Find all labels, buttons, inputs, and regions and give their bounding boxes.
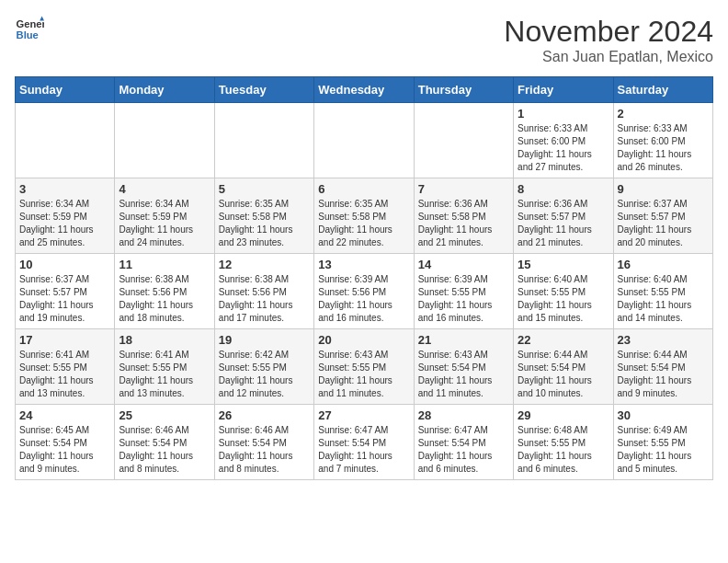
calendar-day-cell: 24Sunrise: 6:45 AM Sunset: 5:54 PM Dayli… [16, 405, 115, 480]
calendar-day-cell: 23Sunrise: 6:44 AM Sunset: 5:54 PM Dayli… [613, 329, 712, 405]
day-info: Sunrise: 6:47 AM Sunset: 5:54 PM Dayligh… [318, 424, 409, 476]
calendar-day-cell: 28Sunrise: 6:47 AM Sunset: 5:54 PM Dayli… [414, 405, 513, 480]
day-info: Sunrise: 6:48 AM Sunset: 5:55 PM Dayligh… [518, 424, 609, 476]
calendar-day-cell [414, 103, 513, 178]
day-info: Sunrise: 6:46 AM Sunset: 5:54 PM Dayligh… [219, 424, 310, 476]
day-info: Sunrise: 6:37 AM Sunset: 5:57 PM Dayligh… [618, 198, 709, 249]
calendar-week-row: 1Sunrise: 6:33 AM Sunset: 6:00 PM Daylig… [16, 103, 713, 178]
page-header: General Blue November 2024 San Juan Epat… [15, 15, 713, 65]
day-number: 28 [418, 408, 509, 422]
day-info: Sunrise: 6:47 AM Sunset: 5:54 PM Dayligh… [418, 424, 509, 476]
calendar-day-cell: 7Sunrise: 6:36 AM Sunset: 5:58 PM Daylig… [414, 178, 513, 254]
calendar-day-cell: 17Sunrise: 6:41 AM Sunset: 5:55 PM Dayli… [16, 329, 115, 405]
weekday-header: Monday [115, 77, 214, 103]
calendar-day-cell [16, 103, 115, 178]
day-number: 8 [518, 182, 609, 196]
weekday-header: Wednesday [314, 77, 414, 103]
day-info: Sunrise: 6:34 AM Sunset: 5:59 PM Dayligh… [19, 198, 110, 249]
calendar-body: 1Sunrise: 6:33 AM Sunset: 6:00 PM Daylig… [16, 103, 713, 480]
day-number: 14 [418, 258, 509, 271]
day-number: 3 [19, 182, 110, 196]
day-number: 23 [618, 333, 709, 347]
month-year-title: November 2024 [504, 15, 713, 49]
calendar-day-cell: 12Sunrise: 6:38 AM Sunset: 5:56 PM Dayli… [214, 254, 313, 329]
day-number: 15 [518, 258, 609, 271]
logo: General Blue [15, 15, 44, 44]
logo-icon: General Blue [15, 15, 44, 44]
calendar-day-cell: 20Sunrise: 6:43 AM Sunset: 5:55 PM Dayli… [314, 329, 414, 405]
calendar-day-cell: 13Sunrise: 6:39 AM Sunset: 5:56 PM Dayli… [314, 254, 414, 329]
day-info: Sunrise: 6:40 AM Sunset: 5:55 PM Dayligh… [618, 273, 709, 325]
day-info: Sunrise: 6:34 AM Sunset: 5:59 PM Dayligh… [119, 198, 210, 249]
calendar-day-cell [214, 103, 313, 178]
calendar-day-cell: 14Sunrise: 6:39 AM Sunset: 5:55 PM Dayli… [414, 254, 513, 329]
calendar-day-cell: 18Sunrise: 6:41 AM Sunset: 5:55 PM Dayli… [115, 329, 214, 405]
calendar-week-row: 17Sunrise: 6:41 AM Sunset: 5:55 PM Dayli… [16, 329, 713, 405]
day-number: 17 [19, 333, 110, 347]
day-info: Sunrise: 6:42 AM Sunset: 5:55 PM Dayligh… [219, 349, 310, 400]
weekday-header: Thursday [414, 77, 513, 103]
day-number: 16 [618, 258, 709, 271]
day-number: 12 [219, 258, 310, 271]
day-info: Sunrise: 6:46 AM Sunset: 5:54 PM Dayligh… [119, 424, 210, 476]
day-info: Sunrise: 6:44 AM Sunset: 5:54 PM Dayligh… [618, 349, 709, 400]
day-info: Sunrise: 6:33 AM Sunset: 6:00 PM Dayligh… [618, 122, 709, 174]
day-info: Sunrise: 6:36 AM Sunset: 5:58 PM Dayligh… [418, 198, 509, 249]
day-info: Sunrise: 6:49 AM Sunset: 5:55 PM Dayligh… [618, 424, 709, 476]
day-info: Sunrise: 6:39 AM Sunset: 5:56 PM Dayligh… [318, 273, 409, 325]
day-number: 11 [119, 258, 210, 271]
calendar-day-cell: 30Sunrise: 6:49 AM Sunset: 5:55 PM Dayli… [613, 405, 712, 480]
calendar-day-cell: 10Sunrise: 6:37 AM Sunset: 5:57 PM Dayli… [16, 254, 115, 329]
day-number: 10 [19, 258, 110, 271]
calendar-day-cell [314, 103, 414, 178]
day-info: Sunrise: 6:36 AM Sunset: 5:57 PM Dayligh… [518, 198, 609, 249]
calendar-week-row: 24Sunrise: 6:45 AM Sunset: 5:54 PM Dayli… [16, 405, 713, 480]
calendar-day-cell: 3Sunrise: 6:34 AM Sunset: 5:59 PM Daylig… [16, 178, 115, 254]
day-info: Sunrise: 6:41 AM Sunset: 5:55 PM Dayligh… [119, 349, 210, 400]
calendar-day-cell: 15Sunrise: 6:40 AM Sunset: 5:55 PM Dayli… [514, 254, 613, 329]
weekday-row: SundayMondayTuesdayWednesdayThursdayFrid… [16, 77, 713, 103]
calendar-day-cell: 16Sunrise: 6:40 AM Sunset: 5:55 PM Dayli… [613, 254, 712, 329]
day-number: 22 [518, 333, 609, 347]
day-number: 13 [318, 258, 409, 271]
calendar-day-cell: 29Sunrise: 6:48 AM Sunset: 5:55 PM Dayli… [514, 405, 613, 480]
calendar-day-cell: 6Sunrise: 6:35 AM Sunset: 5:58 PM Daylig… [314, 178, 414, 254]
calendar-day-cell: 25Sunrise: 6:46 AM Sunset: 5:54 PM Dayli… [115, 405, 214, 480]
day-number: 20 [318, 333, 409, 347]
day-info: Sunrise: 6:41 AM Sunset: 5:55 PM Dayligh… [19, 349, 110, 400]
svg-text:Blue: Blue [17, 29, 39, 40]
day-number: 27 [318, 408, 409, 422]
day-number: 25 [119, 408, 210, 422]
day-info: Sunrise: 6:45 AM Sunset: 5:54 PM Dayligh… [19, 424, 110, 476]
day-number: 5 [219, 182, 310, 196]
day-info: Sunrise: 6:43 AM Sunset: 5:54 PM Dayligh… [418, 349, 509, 400]
calendar-day-cell: 26Sunrise: 6:46 AM Sunset: 5:54 PM Dayli… [214, 405, 313, 480]
weekday-header: Sunday [16, 77, 115, 103]
day-number: 26 [219, 408, 310, 422]
day-number: 9 [618, 182, 709, 196]
day-info: Sunrise: 6:39 AM Sunset: 5:55 PM Dayligh… [418, 273, 509, 325]
weekday-header: Friday [514, 77, 613, 103]
title-block: November 2024 San Juan Epatlan, Mexico [504, 15, 713, 65]
day-info: Sunrise: 6:35 AM Sunset: 5:58 PM Dayligh… [318, 198, 409, 249]
weekday-header: Tuesday [214, 77, 313, 103]
calendar-week-row: 10Sunrise: 6:37 AM Sunset: 5:57 PM Dayli… [16, 254, 713, 329]
day-number: 6 [318, 182, 409, 196]
calendar-day-cell: 4Sunrise: 6:34 AM Sunset: 5:59 PM Daylig… [115, 178, 214, 254]
day-number: 19 [219, 333, 310, 347]
day-info: Sunrise: 6:43 AM Sunset: 5:55 PM Dayligh… [318, 349, 409, 400]
day-info: Sunrise: 6:38 AM Sunset: 5:56 PM Dayligh… [219, 273, 310, 325]
calendar-table: SundayMondayTuesdayWednesdayThursdayFrid… [15, 76, 713, 480]
day-info: Sunrise: 6:35 AM Sunset: 5:58 PM Dayligh… [219, 198, 310, 249]
day-info: Sunrise: 6:37 AM Sunset: 5:57 PM Dayligh… [19, 273, 110, 325]
calendar-day-cell: 22Sunrise: 6:44 AM Sunset: 5:54 PM Dayli… [514, 329, 613, 405]
calendar-day-cell: 27Sunrise: 6:47 AM Sunset: 5:54 PM Dayli… [314, 405, 414, 480]
day-info: Sunrise: 6:40 AM Sunset: 5:55 PM Dayligh… [518, 273, 609, 325]
calendar-day-cell: 19Sunrise: 6:42 AM Sunset: 5:55 PM Dayli… [214, 329, 313, 405]
calendar-day-cell: 21Sunrise: 6:43 AM Sunset: 5:54 PM Dayli… [414, 329, 513, 405]
day-number: 30 [618, 408, 709, 422]
calendar-day-cell: 2Sunrise: 6:33 AM Sunset: 6:00 PM Daylig… [613, 103, 712, 178]
day-number: 21 [418, 333, 509, 347]
calendar-day-cell: 11Sunrise: 6:38 AM Sunset: 5:56 PM Dayli… [115, 254, 214, 329]
day-number: 24 [19, 408, 110, 422]
